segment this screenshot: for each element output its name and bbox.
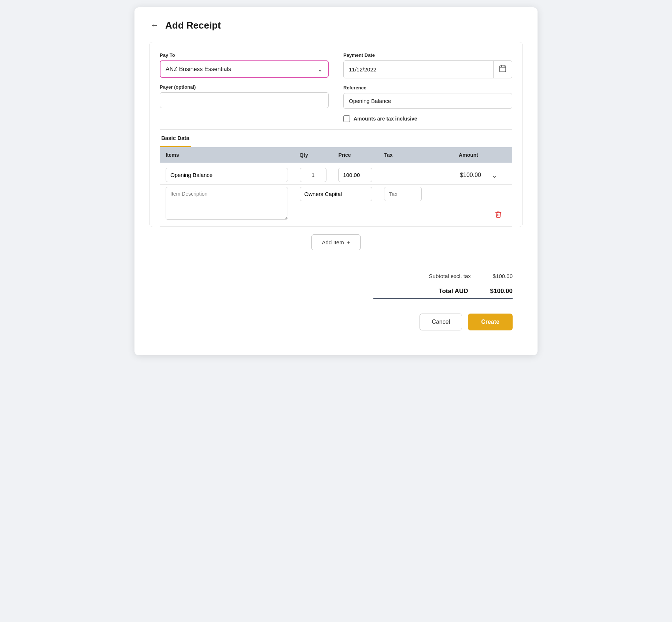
item-tax-top-cell (378, 163, 428, 185)
item-account-input[interactable] (300, 187, 373, 201)
form-card: Pay To ANZ Business Essentials ⌄ Payer (… (149, 42, 523, 227)
date-input-wrapper (343, 60, 512, 78)
tax-inclusive-label: Amounts are tax inclusive (354, 116, 417, 122)
col-header-amount: Amount (428, 147, 484, 163)
item-tax-input[interactable] (384, 187, 422, 201)
item-amount-cell: $100.00 (428, 163, 484, 185)
subtotal-label: Subtotal excl. tax (429, 273, 471, 279)
item-account-cell (294, 185, 379, 227)
payment-date-label: Payment Date (343, 52, 512, 58)
items-table: Items Qty Price Tax Amount (160, 147, 512, 227)
col-header-price: Price (332, 147, 378, 163)
cancel-button[interactable]: Cancel (420, 314, 462, 330)
payment-date-input[interactable] (344, 62, 493, 77)
page-header: ← Add Receipt (149, 19, 523, 32)
payer-input[interactable] (160, 92, 329, 108)
item-amount-value: $100.00 (460, 172, 481, 178)
tab-bar: Basic Data (160, 130, 512, 147)
svg-rect-0 (500, 66, 506, 72)
page-title: Add Receipt (165, 20, 221, 31)
reference-input[interactable] (343, 93, 512, 109)
tabs-section: Basic Data Items Qty Price Tax Amount (160, 129, 512, 227)
totals-section: Subtotal excl. tax $100.00 Total AUD $10… (159, 269, 513, 299)
subtotal-row: Subtotal excl. tax $100.00 (373, 269, 513, 283)
payer-label: Payer (optional) (160, 84, 329, 90)
col-header-items: Items (160, 147, 294, 163)
item-amount-bottom-cell (428, 185, 484, 227)
add-item-plus-icon: + (347, 239, 350, 245)
item-description-cell (160, 185, 294, 227)
create-button[interactable]: Create (468, 314, 513, 330)
pay-to-field: Pay To ANZ Business Essentials ⌄ (160, 52, 329, 78)
col-header-action (484, 147, 512, 163)
form-left: Pay To ANZ Business Essentials ⌄ Payer (… (160, 52, 329, 122)
bottom-section: Add Item + Subtotal excl. tax $100.00 To… (149, 227, 523, 341)
expand-row-button[interactable]: ⌄ (490, 169, 499, 181)
total-value: $100.00 (490, 288, 513, 295)
item-qty-cell (294, 163, 333, 185)
reference-label: Reference (343, 85, 512, 90)
add-item-button[interactable]: Add Item + (311, 234, 361, 250)
tax-inclusive-checkbox[interactable] (343, 115, 350, 122)
total-label: Total AUD (439, 288, 468, 295)
item-tax-bottom-cell (378, 185, 428, 227)
col-header-tax: Tax (378, 147, 428, 163)
form-right: Payment Date (343, 52, 512, 122)
table-row-detail (160, 185, 512, 227)
form-top-row: Pay To ANZ Business Essentials ⌄ Payer (… (160, 52, 512, 122)
reference-field: Reference (343, 85, 512, 109)
tax-inclusive-row: Amounts are tax inclusive (343, 115, 512, 122)
tab-basic-data[interactable]: Basic Data (160, 130, 191, 147)
table-header-row: Items Qty Price Tax Amount (160, 147, 512, 163)
add-item-label: Add Item (322, 239, 344, 245)
subtotal-value: $100.00 (493, 273, 513, 279)
item-name-cell (160, 163, 294, 185)
total-row: Total AUD $100.00 (373, 283, 513, 299)
add-item-container: Add Item + (159, 234, 513, 260)
add-receipt-modal: ← Add Receipt Pay To ANZ Business Essent… (134, 7, 538, 355)
pay-to-select[interactable]: ANZ Business Essentials (160, 61, 328, 77)
item-qty-input[interactable] (300, 168, 327, 182)
payer-field: Payer (optional) (160, 84, 329, 108)
col-header-qty: Qty (294, 147, 333, 163)
pay-to-label: Pay To (160, 52, 329, 58)
item-expand-cell: ⌄ (484, 163, 512, 185)
calendar-icon[interactable] (493, 61, 512, 78)
pay-to-select-wrapper: ANZ Business Essentials ⌄ (160, 60, 329, 78)
item-description-textarea[interactable] (166, 187, 288, 220)
back-button[interactable]: ← (149, 19, 160, 32)
table-row: $100.00 ⌄ (160, 163, 512, 185)
item-name-input[interactable] (166, 168, 288, 182)
actions-row: Cancel Create (159, 311, 513, 330)
payment-date-field: Payment Date (343, 52, 512, 78)
delete-item-button[interactable] (492, 209, 505, 221)
item-price-cell (332, 163, 378, 185)
item-price-input[interactable] (338, 168, 372, 182)
item-delete-cell (484, 185, 512, 227)
